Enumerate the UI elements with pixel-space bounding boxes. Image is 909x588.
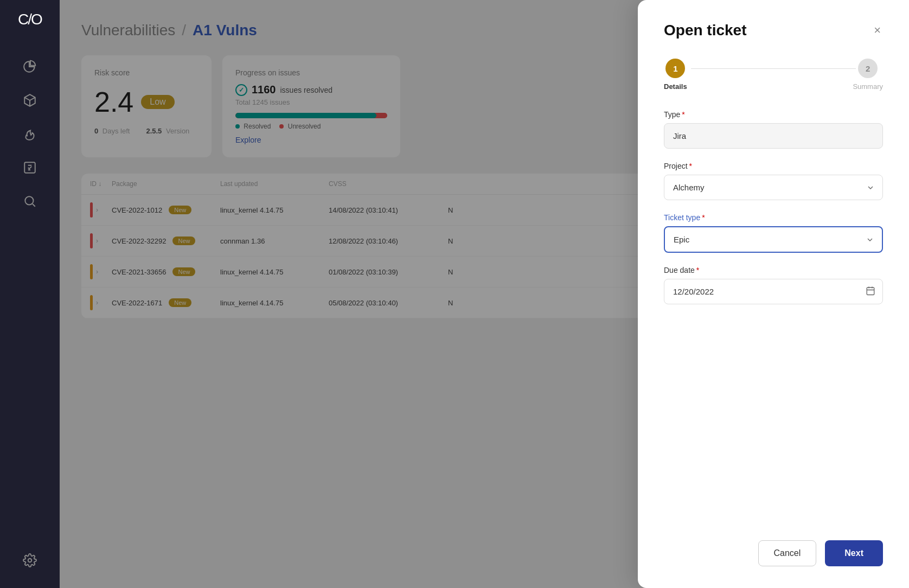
ticket-type-select[interactable]: Epic Story Task Bug xyxy=(664,226,883,253)
step-2-circle: 2 xyxy=(858,59,878,78)
search-icon xyxy=(23,194,37,208)
sidebar-item-settings[interactable] xyxy=(0,544,60,577)
sidebar-item-dashboard[interactable] xyxy=(0,50,60,84)
step-1-label: Details xyxy=(664,82,687,91)
main-area: Vulnerabilities / A1 Vulns Risk score 2.… xyxy=(60,0,909,588)
svg-point-2 xyxy=(28,559,32,563)
required-star: * xyxy=(702,213,705,222)
project-field-group: Project* Alchemy Phoenix Orion Atlas xyxy=(664,162,883,200)
step-summary: 2 Summary xyxy=(853,59,883,91)
ticket-type-field-group: Ticket type* Epic Story Task Bug xyxy=(664,213,883,253)
chart-pie-icon xyxy=(23,60,37,74)
sidebar-item-search[interactable] xyxy=(0,184,60,218)
due-date-field-group: Due date* xyxy=(664,266,883,304)
required-star: * xyxy=(689,162,692,170)
due-date-label: Due date* xyxy=(664,266,883,274)
required-star: * xyxy=(682,110,684,119)
type-input[interactable] xyxy=(664,123,883,149)
cube-icon xyxy=(23,93,37,107)
type-field-group: Type* xyxy=(664,110,883,149)
sidebar-item-tasks[interactable] xyxy=(0,151,60,184)
sidebar: C/O xyxy=(0,0,60,588)
open-ticket-modal: Open ticket × 1 Details 2 Summary Type* xyxy=(638,0,909,588)
date-input-wrapper xyxy=(664,279,883,304)
steps-indicator: 1 Details 2 Summary xyxy=(664,59,883,91)
project-label: Project* xyxy=(664,162,883,170)
checklist-icon xyxy=(23,161,37,175)
sidebar-item-inventory[interactable] xyxy=(0,84,60,117)
step-2-label: Summary xyxy=(853,82,883,91)
modal-title: Open ticket xyxy=(664,22,746,39)
svg-point-1 xyxy=(25,196,33,204)
step-1-circle: 1 xyxy=(665,59,685,78)
modal-header: Open ticket × xyxy=(664,22,883,39)
due-date-input[interactable] xyxy=(664,279,883,304)
flame-icon xyxy=(23,127,37,141)
close-button[interactable]: × xyxy=(872,22,883,39)
sidebar-item-vulnerabilities[interactable] xyxy=(0,117,60,151)
modal-footer: Cancel Next xyxy=(664,529,883,566)
ticket-type-label: Ticket type* xyxy=(664,213,883,222)
type-label: Type* xyxy=(664,110,883,119)
required-star: * xyxy=(696,266,699,274)
next-button[interactable]: Next xyxy=(825,540,883,566)
step-details: 1 Details xyxy=(664,59,687,91)
project-select[interactable]: Alchemy Phoenix Orion Atlas xyxy=(664,175,883,200)
app-logo: C/O xyxy=(18,11,42,28)
gear-icon xyxy=(23,553,37,567)
cancel-button[interactable]: Cancel xyxy=(758,540,817,566)
